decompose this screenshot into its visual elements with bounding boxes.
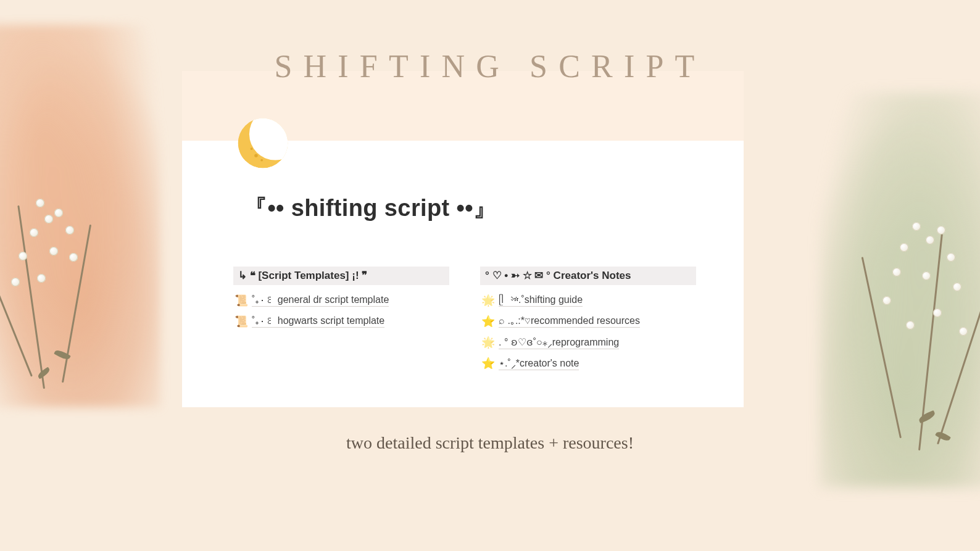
column-header-right: ° ♡ • ➳ ☆ ✉ ° Creator's Notes bbox=[480, 267, 696, 285]
star-icon: ⭐ bbox=[481, 357, 494, 370]
svg-point-3 bbox=[254, 154, 258, 157]
svg-point-5 bbox=[251, 147, 253, 150]
column-script-templates: ↳ ❝ [Script Templates] ¡! ❞ 📜 ˚₊‧꒰ gener… bbox=[233, 267, 449, 333]
star-icon: 🌟 bbox=[481, 294, 494, 307]
link-shifting-guide[interactable]: 🌟 ᥫ᭡☆.˚shifting guide bbox=[480, 291, 696, 310]
page-caption: two detailed script templates + resource… bbox=[0, 433, 980, 453]
link-label: ˚₊‧꒰ hogwarts script template bbox=[252, 315, 384, 328]
link-hogwarts-script-template[interactable]: 📜 ˚₊‧꒰ hogwarts script template bbox=[233, 312, 449, 331]
moon-icon bbox=[235, 115, 291, 172]
star-icon: 🌟 bbox=[481, 336, 494, 349]
star-icon: ⭐ bbox=[481, 315, 494, 328]
scroll-icon: 📜 bbox=[235, 294, 247, 307]
link-label: . ° ʚ♡ɞ˚○⁎⸝reprogramming bbox=[499, 336, 619, 349]
link-recommended-resources[interactable]: ⭐ ⌕ .｡.:*♡recommended resources bbox=[480, 312, 696, 331]
link-label: ⌕ .｡.:*♡recommended resources bbox=[499, 315, 640, 328]
column-header-left: ↳ ❝ [Script Templates] ¡! ❞ bbox=[233, 267, 449, 285]
link-reprogramming[interactable]: 🌟 . ° ʚ♡ɞ˚○⁎⸝reprogramming bbox=[480, 333, 696, 352]
column-creators-notes: ° ♡ • ➳ ☆ ✉ ° Creator's Notes 🌟 ᥫ᭡☆.˚shi… bbox=[480, 267, 696, 375]
scroll-icon: 📜 bbox=[235, 315, 247, 328]
link-general-dr-script-template[interactable]: 📜 ˚₊‧꒰ general dr script template bbox=[233, 291, 449, 310]
link-label: ᥫ᭡☆.˚shifting guide bbox=[499, 294, 583, 307]
link-label: ⋆.˚⸝*creator's note bbox=[499, 357, 579, 370]
page-heading: SHIFTING SCRIPT bbox=[0, 48, 980, 85]
panel-title: 『•• shifting script ••』 bbox=[244, 193, 497, 224]
svg-point-4 bbox=[260, 159, 263, 162]
link-label: ˚₊‧꒰ general dr script template bbox=[252, 294, 389, 307]
link-creators-note[interactable]: ⭐ ⋆.˚⸝*creator's note bbox=[480, 354, 696, 373]
paint-splotch-right bbox=[820, 93, 980, 487]
